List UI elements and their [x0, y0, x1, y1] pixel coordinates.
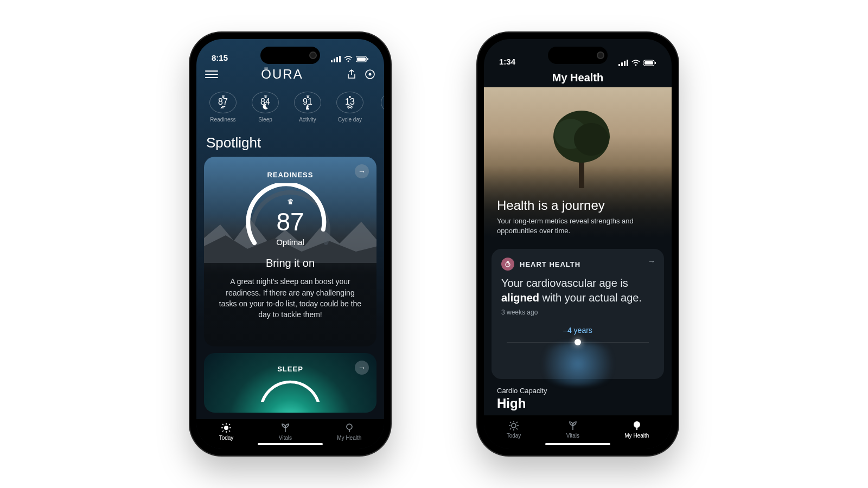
card-category: SLEEP [204, 365, 376, 373]
score-daytime[interactable]: 65 Daytime [375, 92, 384, 123]
sun-icon [221, 422, 232, 433]
sleep-card[interactable]: → SLEEP [204, 353, 376, 413]
score-cycle[interactable]: ●13 Cycle day [333, 92, 367, 123]
svg-rect-26 [655, 62, 656, 64]
battery-icon [356, 56, 369, 62]
cardio-capacity-label: Cardio Capacity [497, 387, 659, 395]
score-readiness[interactable]: ♛87 Readiness [206, 92, 240, 123]
tree-icon [344, 422, 355, 433]
svg-point-10 [224, 426, 228, 430]
tab-today[interactable]: Today [219, 422, 234, 441]
svg-line-41 [516, 428, 518, 429]
brand-logo: ŌURA [261, 67, 303, 82]
sleep-gauge-partial [252, 376, 328, 402]
tree-icon [631, 420, 642, 431]
tree-graphic [549, 107, 614, 188]
tab-vitals[interactable]: Vitals [566, 420, 579, 439]
moon-icon [263, 104, 268, 111]
score-activity[interactable]: ♛91 Activity [291, 92, 324, 123]
heart-health-card[interactable]: → HEART HEALTH Your cardiovascular age i… [492, 249, 664, 379]
svg-rect-6 [357, 57, 366, 61]
target-icon[interactable] [365, 69, 375, 80]
svg-rect-45 [636, 427, 637, 430]
sprout-icon [567, 420, 578, 431]
flame-icon [305, 104, 310, 111]
svg-point-4 [348, 61, 349, 62]
health-hero: Health is a journey Your long-term metri… [484, 87, 672, 243]
svg-line-17 [229, 424, 230, 425]
hero-headline: Health is a journey [497, 198, 659, 213]
cycle-icon [347, 105, 353, 111]
wifi-icon [344, 56, 353, 62]
tab-today[interactable]: Today [507, 420, 521, 439]
status-time: 8:15 [212, 53, 228, 62]
svg-rect-21 [624, 61, 626, 66]
age-delta-visual: –4 years [501, 326, 654, 368]
score-sleep[interactable]: ♛84 Sleep [248, 92, 282, 123]
wifi-icon [631, 60, 640, 66]
readiness-gauge: ♛ 87 Optimal [241, 183, 339, 254]
spotlight-heading: Spotlight [196, 128, 384, 157]
tab-my-health[interactable]: My Health [337, 422, 361, 441]
heart-timestamp: 3 weeks ago [501, 309, 654, 316]
tab-vitals[interactable]: Vitals [279, 422, 292, 441]
svg-rect-1 [334, 59, 335, 62]
svg-point-23 [635, 65, 637, 66]
svg-rect-2 [336, 57, 338, 62]
arrow-right-icon[interactable]: → [355, 361, 369, 375]
dynamic-island [260, 47, 320, 64]
svg-rect-20 [621, 62, 623, 66]
svg-rect-22 [627, 60, 628, 66]
card-body: A great night's sleep can boost your rea… [217, 276, 363, 320]
svg-rect-0 [331, 60, 333, 62]
status-time: 1:34 [499, 57, 515, 66]
svg-point-35 [512, 423, 516, 428]
dynamic-island [548, 47, 608, 64]
svg-point-30 [574, 123, 609, 156]
crown-icon: ♛ [241, 197, 339, 206]
phone-my-health: 1:34 My Health Health is a journey Your … [477, 33, 678, 455]
svg-rect-3 [339, 56, 341, 62]
page-title: My Health [484, 67, 672, 87]
svg-line-43 [510, 428, 511, 429]
menu-button[interactable] [205, 70, 218, 78]
card-category: READINESS [217, 171, 363, 179]
card-headline: Bring it on [217, 257, 363, 269]
battery-icon [643, 60, 656, 66]
heart-summary: Your cardiovascular age is aligned with … [501, 276, 654, 305]
score-row[interactable]: ♛87 Readiness ♛84 Sleep ♛91 Activity ●13… [196, 84, 384, 128]
share-icon[interactable] [346, 69, 357, 80]
arrow-right-icon[interactable]: → [644, 254, 659, 268]
status-icons [331, 56, 369, 62]
svg-line-15 [222, 424, 224, 425]
cardio-capacity-value: High [497, 396, 659, 411]
stopwatch-icon [501, 258, 514, 271]
svg-line-40 [510, 422, 511, 423]
readiness-card[interactable]: → READINESS ♛ 87 Optimal Bring it on A g… [204, 157, 376, 346]
hero-sub: Your long-term metrics reveal strengths … [497, 216, 638, 243]
home-indicator[interactable] [258, 443, 323, 445]
phone-today: 8:15 ŌURA ♛87 Readiness ♛84 [190, 33, 391, 455]
svg-rect-7 [367, 58, 368, 60]
card-category: HEART HEALTH [520, 260, 580, 268]
status-icons [618, 60, 656, 66]
svg-rect-25 [644, 61, 653, 65]
svg-rect-19 [618, 64, 620, 66]
svg-line-42 [516, 422, 518, 423]
leaf-icon [220, 104, 226, 111]
home-indicator[interactable] [545, 443, 610, 445]
readiness-score: 87 [241, 207, 339, 236]
svg-point-9 [369, 73, 372, 75]
readiness-descriptor: Optimal [241, 237, 339, 247]
cardio-capacity-section[interactable]: Cardio Capacity High [497, 387, 659, 411]
cellular-icon [331, 56, 341, 62]
tab-my-health[interactable]: My Health [624, 420, 649, 439]
sprout-icon [280, 422, 291, 433]
cellular-icon [618, 60, 628, 66]
svg-line-18 [222, 431, 224, 432]
svg-line-16 [229, 431, 230, 432]
sun-icon [508, 420, 519, 431]
svg-line-34 [508, 264, 509, 265]
age-delta-value: –4 years [563, 326, 592, 335]
